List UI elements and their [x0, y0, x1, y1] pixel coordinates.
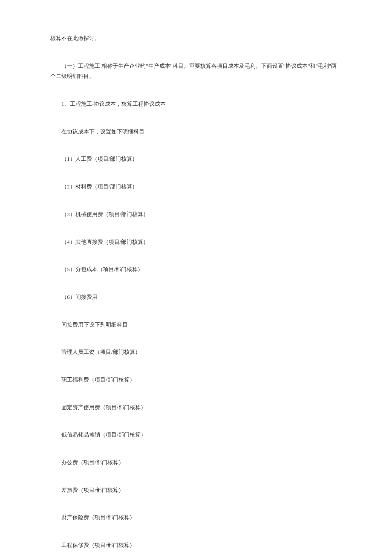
paragraph: （3）机械使用费（项目/部门核算） [50, 209, 342, 220]
document-page: 核算不在此做探讨。 （一）工程施工 相称于生产企业旳"生产成本"科目。重要核算各… [0, 0, 392, 555]
paragraph: 间接费用下设下列明细科目 [50, 320, 342, 330]
paragraph: 核算不在此做探讨。 [50, 33, 342, 44]
paragraph: 1、工程施工-协议成本，核算工程协议成本 [50, 99, 342, 110]
paragraph: 职工福利费（项目/部门核算） [50, 375, 342, 385]
paragraph: 固定资产使用费（项目/部门核算） [50, 402, 342, 413]
paragraph: 工程保修费（项目/部门核算） [50, 540, 342, 551]
paragraph: 低值易耗品摊销（项目/部门核算） [50, 430, 342, 440]
paragraph: （一）工程施工 相称于生产企业旳"生产成本"科目。重要核算各项目成本及毛利。下面… [50, 61, 342, 82]
paragraph: 在协议成本下，设置如下明细科目 [50, 127, 342, 137]
paragraph: （2）材料费（项目/部门核算） [50, 182, 342, 192]
paragraph: （1）人工费（项目/部门核算） [50, 154, 342, 165]
paragraph: 差旅费（项目/部门核算） [50, 485, 342, 496]
paragraph: （6）间接费用 [50, 292, 342, 303]
paragraph: 管理人员工资（项目/部门核算） [50, 347, 342, 358]
paragraph: （5）分包成本（项目/部门核算） [50, 264, 342, 275]
paragraph: 办公费（项目/部门核算） [50, 457, 342, 468]
paragraph: 财产保险费（项目/部门核算） [50, 512, 342, 523]
paragraph: （4）其他直接费（项目/部门核算） [50, 237, 342, 248]
